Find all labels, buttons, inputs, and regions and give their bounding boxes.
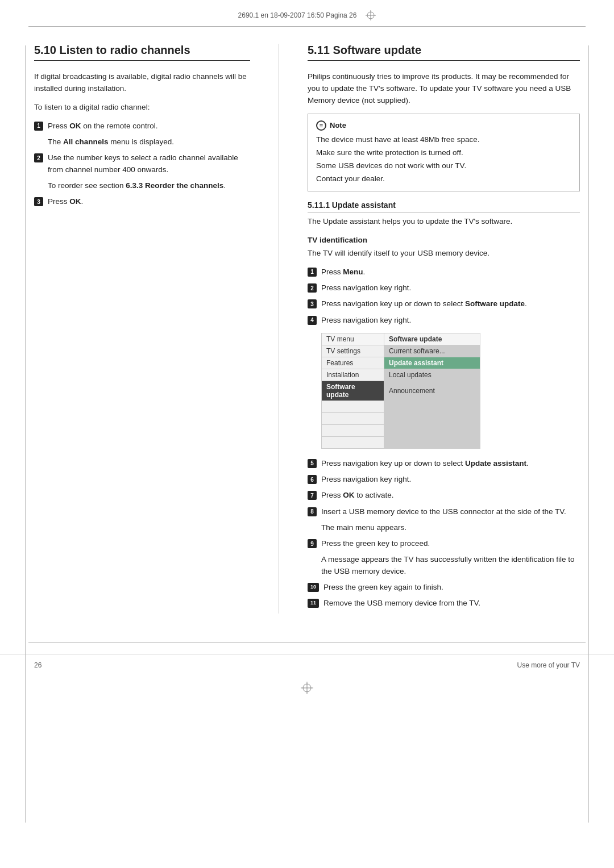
table-cell: Installation	[322, 369, 384, 381]
step-text: To reorder see section 6.3.3 Reorder the…	[48, 180, 250, 191]
step-number: 11	[308, 599, 319, 608]
step-number: 3	[308, 299, 317, 308]
step-text: Insert a USB memory device to the USB co…	[321, 506, 580, 518]
step-item: 1 Press OK on the remote control.	[34, 120, 250, 132]
footer-page-number: 26	[34, 661, 42, 669]
bottom-crosshair-area	[0, 676, 614, 711]
step-text: Press navigation key up or down to selec…	[321, 458, 580, 469]
step-item-indent: A message appears the TV has successfull…	[321, 554, 580, 577]
table-row	[322, 400, 480, 412]
step-item: 3 Press navigation key up or down to sel…	[308, 298, 580, 310]
step-text: Press the green key to proceed.	[321, 538, 580, 549]
tv-identification-desc: The TV will identify itself to your USB …	[308, 248, 580, 260]
step-number: 6	[308, 475, 317, 484]
right-section-title: 5.11 Software update	[308, 44, 580, 61]
left-intro: If digital broadcasting is available, di…	[34, 71, 250, 95]
table-cell	[384, 436, 480, 448]
table-row: Software update Announcement	[322, 381, 480, 400]
table-cell: TV menu	[322, 333, 384, 345]
bottom-rule	[28, 642, 586, 642]
step-item: 11 Remove the USB memory device from the…	[308, 598, 580, 609]
page-container: 2690.1 en 18-09-2007 16:50 Pagina 26 5.1…	[0, 0, 614, 868]
menu-table: TV menu Software update TV settings Curr…	[321, 333, 480, 449]
step-item: 2 Press navigation key right.	[308, 282, 580, 294]
table-cell: Update assistant	[384, 357, 480, 369]
left-section-title: 5.10 Listen to radio channels	[34, 44, 250, 61]
table-cell	[322, 436, 384, 448]
tv-identification-title: TV identification	[308, 236, 580, 244]
table-cell: Features	[322, 357, 384, 369]
step-text: Press OK to activate.	[321, 490, 580, 501]
note-line4: Contact your dealer.	[316, 173, 571, 185]
table-row	[322, 412, 480, 424]
step-text: The main menu appears.	[321, 522, 580, 533]
table-cell	[384, 424, 480, 436]
step-text: Press OK on the remote control.	[48, 120, 250, 132]
right-intro: Philips continuously tries to improve it…	[308, 71, 580, 107]
step-item: 6 Press navigation key right.	[308, 474, 580, 485]
table-cell	[322, 412, 384, 424]
footer-text: Use more of your TV	[517, 661, 580, 669]
table-cell: Local updates	[384, 369, 480, 381]
right-column: 5.11 Software update Philips continuousl…	[308, 44, 580, 614]
step-item: 9 Press the green key to proceed.	[308, 538, 580, 549]
table-cell: Software update	[322, 381, 384, 400]
step-item: 10 Press the green key again to finish.	[308, 582, 580, 593]
step-item: 7 Press OK to activate.	[308, 490, 580, 501]
header-text: 2690.1 en 18-09-2007 16:50 Pagina 26	[238, 11, 357, 19]
subsection-title: 5.11.1 Update assistant	[308, 201, 580, 212]
step-item: 1 Press Menu.	[308, 266, 580, 278]
table-cell	[322, 400, 384, 412]
table-cell: Announcement	[384, 381, 480, 400]
step-number: 8	[308, 507, 317, 516]
header-bar: 2690.1 en 18-09-2007 16:50 Pagina 26	[0, 0, 614, 26]
step-text: Press OK.	[48, 196, 250, 207]
footer: 26 Use more of your TV	[0, 654, 614, 676]
left-border-line	[25, 45, 26, 823]
table-row: Features Update assistant	[322, 357, 480, 369]
table-row	[322, 424, 480, 436]
main-content: 5.10 Listen to radio channels If digital…	[0, 27, 614, 636]
table-cell	[384, 412, 480, 424]
step-item-indent: To reorder see section 6.3.3 Reorder the…	[48, 180, 250, 191]
step-number: 2	[308, 283, 317, 293]
note-box: ≡ Note The device must have at least 48M…	[308, 114, 580, 191]
step-text: Remove the USB memory device from the TV…	[323, 598, 580, 609]
note-icon: ≡	[316, 120, 326, 131]
step-text: A message appears the TV has successfull…	[321, 554, 580, 577]
step-item-indent: The All channels menu is displayed.	[48, 136, 250, 148]
column-divider	[279, 44, 279, 614]
step-item: 3 Press OK.	[34, 196, 250, 207]
step-number: 7	[308, 491, 317, 500]
table-cell	[322, 424, 384, 436]
left-steps-list: 1 Press OK on the remote control. The Al…	[34, 120, 250, 208]
step-item: 8 Insert a USB memory device to the USB …	[308, 506, 580, 518]
right-border-line	[588, 45, 589, 823]
step-number: 3	[34, 197, 43, 206]
steps-after-table: 5 Press navigation key up or down to sel…	[308, 458, 580, 610]
step-text: Press the green key again to finish.	[323, 582, 580, 593]
step-item: 2 Use the number keys to select a radio …	[34, 152, 250, 176]
step-number: 5	[308, 459, 317, 468]
table-row: TV menu Software update	[322, 333, 480, 345]
table-cell: Current software...	[384, 345, 480, 357]
step-text: Press navigation key right.	[321, 474, 580, 485]
tv-id-steps: 1 Press Menu. 2 Press navigation key rig…	[308, 266, 580, 326]
note-line1: The device must have at least 48Mb free …	[316, 134, 571, 146]
table-cell: TV settings	[322, 345, 384, 357]
header-crosshair	[366, 10, 376, 20]
step-number: 2	[34, 153, 43, 162]
step-item: 5 Press navigation key up or down to sel…	[308, 458, 580, 469]
subsection-desc: The Update assistant helps you to update…	[308, 216, 580, 228]
note-title: ≡ Note	[316, 120, 571, 131]
step-number: 10	[308, 583, 319, 592]
table-row: Installation Local updates	[322, 369, 480, 381]
step-text: The All channels menu is displayed.	[48, 136, 250, 148]
step-number: 1	[308, 268, 317, 277]
step-text: Press navigation key right.	[321, 282, 580, 294]
left-intro2: To listen to a digital radio channel:	[34, 102, 250, 114]
left-column: 5.10 Listen to radio channels If digital…	[34, 44, 250, 614]
table-row	[322, 436, 480, 448]
table-row: TV settings Current software...	[322, 345, 480, 357]
bottom-crosshair-icon	[301, 682, 313, 694]
